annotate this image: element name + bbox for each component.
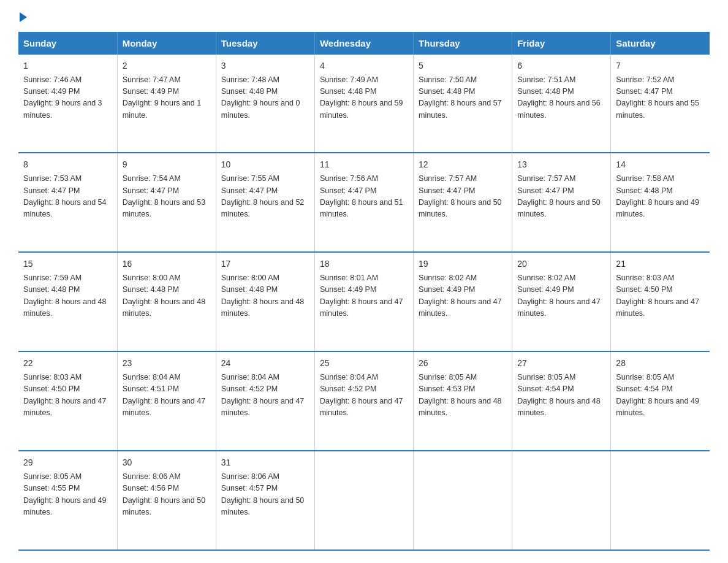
calendar-cell: 5Sunrise: 7:50 AMSunset: 4:48 PMDaylight…	[414, 55, 512, 153]
day-info: Sunrise: 7:51 AMSunset: 4:48 PMDaylight:…	[517, 75, 601, 120]
day-info: Sunrise: 7:58 AMSunset: 4:48 PMDaylight:…	[616, 174, 699, 218]
calendar-cell: 14Sunrise: 7:58 AMSunset: 4:48 PMDayligh…	[611, 153, 710, 252]
day-number: 3	[221, 59, 309, 73]
day-info: Sunrise: 8:04 AMSunset: 4:52 PMDaylight:…	[221, 373, 305, 417]
calendar-cell: 19Sunrise: 8:02 AMSunset: 4:49 PMDayligh…	[414, 252, 512, 351]
day-number: 21	[616, 258, 705, 271]
day-header-monday: Monday	[117, 32, 216, 55]
day-info: Sunrise: 7:57 AMSunset: 4:47 PMDaylight:…	[517, 174, 601, 218]
calendar-table: SundayMondayTuesdayWednesdayThursdayFrid…	[18, 32, 710, 551]
day-number: 22	[23, 357, 112, 370]
calendar-cell: 21Sunrise: 8:03 AMSunset: 4:50 PMDayligh…	[611, 252, 710, 351]
calendar-cell: 15Sunrise: 7:59 AMSunset: 4:48 PMDayligh…	[18, 252, 117, 351]
calendar-cell	[512, 451, 611, 550]
day-info: Sunrise: 7:49 AMSunset: 4:48 PMDaylight:…	[320, 75, 403, 120]
day-info: Sunrise: 7:50 AMSunset: 4:48 PMDaylight:…	[419, 75, 502, 120]
day-number: 11	[320, 158, 408, 172]
calendar-cell	[314, 451, 413, 550]
calendar-cell	[414, 451, 512, 550]
day-header-wednesday: Wednesday	[314, 32, 413, 55]
day-header-friday: Friday	[512, 32, 611, 55]
logo	[18, 12, 27, 21]
day-number: 6	[517, 59, 605, 73]
day-info: Sunrise: 7:47 AMSunset: 4:49 PMDaylight:…	[123, 75, 202, 120]
day-info: Sunrise: 8:05 AMSunset: 4:54 PMDaylight:…	[517, 373, 601, 417]
day-number: 5	[419, 59, 507, 73]
calendar-cell: 20Sunrise: 8:02 AMSunset: 4:49 PMDayligh…	[512, 252, 611, 351]
logo-arrow-icon	[20, 12, 27, 22]
day-number: 8	[23, 158, 112, 172]
calendar-cell: 31Sunrise: 8:06 AMSunset: 4:57 PMDayligh…	[216, 451, 314, 550]
calendar-cell: 22Sunrise: 8:03 AMSunset: 4:50 PMDayligh…	[18, 351, 117, 451]
calendar-cell: 17Sunrise: 8:00 AMSunset: 4:48 PMDayligh…	[216, 252, 314, 351]
calendar-cell: 9Sunrise: 7:54 AMSunset: 4:47 PMDaylight…	[117, 153, 216, 252]
week-row-5: 29Sunrise: 8:05 AMSunset: 4:55 PMDayligh…	[18, 451, 710, 550]
day-number: 2	[123, 59, 211, 73]
day-info: Sunrise: 7:57 AMSunset: 4:47 PMDaylight:…	[419, 174, 502, 218]
day-info: Sunrise: 8:00 AMSunset: 4:48 PMDaylight:…	[221, 274, 305, 318]
day-info: Sunrise: 8:06 AMSunset: 4:57 PMDaylight:…	[221, 472, 305, 516]
day-header-sunday: Sunday	[18, 32, 117, 55]
day-number: 18	[320, 258, 408, 271]
calendar-cell: 10Sunrise: 7:55 AMSunset: 4:47 PMDayligh…	[216, 153, 314, 252]
day-info: Sunrise: 7:55 AMSunset: 4:47 PMDaylight:…	[221, 174, 305, 218]
calendar-cell: 29Sunrise: 8:05 AMSunset: 4:55 PMDayligh…	[18, 451, 117, 550]
calendar-cell: 25Sunrise: 8:04 AMSunset: 4:52 PMDayligh…	[314, 351, 413, 451]
calendar-cell	[611, 451, 710, 550]
day-number: 29	[23, 456, 112, 470]
day-info: Sunrise: 8:02 AMSunset: 4:49 PMDaylight:…	[517, 274, 601, 318]
week-row-1: 1Sunrise: 7:46 AMSunset: 4:49 PMDaylight…	[18, 55, 710, 153]
day-info: Sunrise: 8:05 AMSunset: 4:54 PMDaylight:…	[616, 373, 699, 417]
calendar-cell: 4Sunrise: 7:49 AMSunset: 4:48 PMDaylight…	[314, 55, 413, 153]
week-row-4: 22Sunrise: 8:03 AMSunset: 4:50 PMDayligh…	[18, 351, 710, 451]
day-header-saturday: Saturday	[611, 32, 710, 55]
page-header	[18, 12, 710, 21]
calendar-cell: 2Sunrise: 7:47 AMSunset: 4:49 PMDaylight…	[117, 55, 216, 153]
day-number: 13	[517, 158, 605, 172]
calendar-cell: 24Sunrise: 8:04 AMSunset: 4:52 PMDayligh…	[216, 351, 314, 451]
day-info: Sunrise: 7:48 AMSunset: 4:48 PMDaylight:…	[221, 75, 300, 120]
day-number: 24	[221, 357, 309, 370]
calendar-cell: 26Sunrise: 8:05 AMSunset: 4:53 PMDayligh…	[414, 351, 512, 451]
day-info: Sunrise: 8:03 AMSunset: 4:50 PMDaylight:…	[616, 274, 699, 318]
day-number: 12	[419, 158, 507, 172]
day-number: 10	[221, 158, 309, 172]
day-header-tuesday: Tuesday	[216, 32, 314, 55]
day-number: 9	[123, 158, 211, 172]
calendar-cell: 12Sunrise: 7:57 AMSunset: 4:47 PMDayligh…	[414, 153, 512, 252]
day-info: Sunrise: 7:52 AMSunset: 4:47 PMDaylight:…	[616, 75, 699, 120]
day-info: Sunrise: 8:04 AMSunset: 4:51 PMDaylight:…	[123, 373, 206, 417]
day-info: Sunrise: 8:03 AMSunset: 4:50 PMDaylight:…	[23, 373, 107, 417]
day-number: 15	[23, 258, 112, 271]
day-number: 27	[517, 357, 605, 370]
calendar-cell: 3Sunrise: 7:48 AMSunset: 4:48 PMDaylight…	[216, 55, 314, 153]
day-number: 31	[221, 456, 309, 470]
day-number: 17	[221, 258, 309, 271]
calendar-cell: 16Sunrise: 8:00 AMSunset: 4:48 PMDayligh…	[117, 252, 216, 351]
calendar-cell: 1Sunrise: 7:46 AMSunset: 4:49 PMDaylight…	[18, 55, 117, 153]
calendar-cell: 30Sunrise: 8:06 AMSunset: 4:56 PMDayligh…	[117, 451, 216, 550]
day-info: Sunrise: 7:46 AMSunset: 4:49 PMDaylight:…	[23, 75, 102, 120]
day-number: 25	[320, 357, 408, 370]
calendar-cell: 27Sunrise: 8:05 AMSunset: 4:54 PMDayligh…	[512, 351, 611, 451]
day-number: 14	[616, 158, 705, 172]
calendar-cell: 18Sunrise: 8:01 AMSunset: 4:49 PMDayligh…	[314, 252, 413, 351]
calendar-cell: 28Sunrise: 8:05 AMSunset: 4:54 PMDayligh…	[611, 351, 710, 451]
calendar-cell: 8Sunrise: 7:53 AMSunset: 4:47 PMDaylight…	[18, 153, 117, 252]
day-info: Sunrise: 8:04 AMSunset: 4:52 PMDaylight:…	[320, 373, 403, 417]
days-header-row: SundayMondayTuesdayWednesdayThursdayFrid…	[18, 32, 710, 55]
day-number: 30	[123, 456, 211, 470]
calendar-cell: 13Sunrise: 7:57 AMSunset: 4:47 PMDayligh…	[512, 153, 611, 252]
day-info: Sunrise: 7:54 AMSunset: 4:47 PMDaylight:…	[123, 174, 206, 218]
day-info: Sunrise: 7:59 AMSunset: 4:48 PMDaylight:…	[23, 274, 107, 318]
day-info: Sunrise: 8:00 AMSunset: 4:48 PMDaylight:…	[123, 274, 206, 318]
day-info: Sunrise: 7:53 AMSunset: 4:47 PMDaylight:…	[23, 174, 107, 218]
day-number: 7	[616, 59, 705, 73]
day-number: 28	[616, 357, 705, 370]
day-info: Sunrise: 8:06 AMSunset: 4:56 PMDaylight:…	[123, 472, 206, 516]
day-number: 16	[123, 258, 211, 271]
calendar-cell: 11Sunrise: 7:56 AMSunset: 4:47 PMDayligh…	[314, 153, 413, 252]
day-info: Sunrise: 7:56 AMSunset: 4:47 PMDaylight:…	[320, 174, 403, 218]
calendar-cell: 23Sunrise: 8:04 AMSunset: 4:51 PMDayligh…	[117, 351, 216, 451]
week-row-3: 15Sunrise: 7:59 AMSunset: 4:48 PMDayligh…	[18, 252, 710, 351]
